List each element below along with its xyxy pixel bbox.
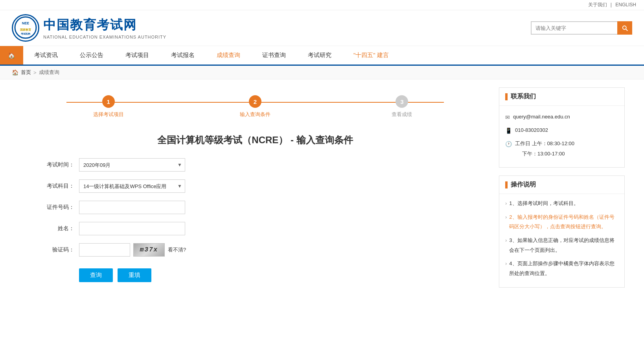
captcha-area: m37x 看不清? — [79, 243, 186, 257]
clock-icon: 🕐 — [505, 139, 512, 150]
hours-text: 工作日 上午：08:30-12:00 下午：13:00-17:00 — [515, 139, 574, 159]
step-2-label: 输入查询条件 — [240, 111, 270, 118]
step-3-label: 查看成绩 — [392, 111, 412, 118]
contact-section: 联系我们 ✉ query@mail.neea.edu.cn 📱 010-8302… — [499, 87, 625, 168]
nav-item-exam-register[interactable]: 考试报名 — [160, 46, 206, 65]
exam-subject-select[interactable]: 14一级计算机基础及WPS Office应用 15一级计算机基础及MS Offi… — [79, 179, 185, 193]
logo-area: NEE 国家教育 考试机构 中国教育考试网 NATIONAL EDUCATION… — [12, 14, 166, 42]
svg-text:国家教育: 国家教育 — [20, 28, 31, 31]
captcha-input[interactable] — [79, 243, 130, 257]
ops-item-4: › 4、页面上部操作步骤中橘黄色字体内容表示您所处的查询位置。 — [505, 259, 618, 278]
svg-text:考试机构: 考试机构 — [21, 32, 30, 35]
exam-time-select[interactable]: 2020年09月 2020年03月 2019年09月 2019年03月 — [79, 158, 185, 172]
step-1-circle: 1 — [102, 95, 115, 108]
reset-button[interactable]: 重填 — [118, 268, 151, 282]
email-row: ✉ query@mail.neea.edu.cn — [505, 112, 618, 123]
captcha-row: 验证码： m37x 看不清? — [19, 243, 491, 257]
id-label: 证件号码： — [43, 204, 74, 211]
captcha-text: m37x — [140, 246, 158, 253]
captcha-image[interactable]: m37x — [133, 243, 165, 257]
query-button[interactable]: 查询 — [79, 268, 113, 282]
exam-subject-row: 考试科目： 14一级计算机基础及WPS Office应用 15一级计算机基础及M… — [19, 179, 491, 193]
step-3: 3 查看成绩 — [329, 95, 475, 118]
id-input[interactable] — [79, 201, 185, 214]
ops-arrow-4: › — [505, 259, 507, 269]
ops-arrow-2: › — [505, 212, 507, 222]
main-nav: 🏠 考试资讯 公示公告 考试项目 考试报名 成绩查询 证书查询 考试研究 "十四… — [0, 46, 644, 66]
content-area: 1 选择考试项目 2 输入查询条件 3 查看成绩 全国计算机等级考试（NCRE）… — [19, 87, 491, 288]
about-link[interactable]: 关于我们 — [588, 2, 607, 7]
svg-text:NEE: NEE — [22, 21, 29, 25]
contact-body: ✉ query@mail.neea.edu.cn 📱 010-83020302 … — [499, 106, 624, 167]
breadcrumb: 🏠 首页 > 成绩查询 — [0, 66, 644, 79]
sidebar: 联系我们 ✉ query@mail.neea.edu.cn 📱 010-8302… — [499, 87, 625, 288]
email-text: query@mail.neea.edu.cn — [513, 112, 570, 122]
home-icon: 🏠 — [8, 52, 15, 59]
ops-text-3: 3、如果输入信息正确，对应考试的成绩信息将会在下一个页面列出。 — [509, 236, 618, 255]
exam-time-select-wrapper: 2020年09月 2020年03月 2019年09月 2019年03月 ▼ — [79, 158, 185, 172]
english-link[interactable]: ENGLISH — [615, 2, 636, 7]
nav-item-suggestion[interactable]: "十四五" 建言 — [342, 46, 400, 65]
email-icon: ✉ — [505, 112, 510, 123]
step-3-circle: 3 — [396, 95, 408, 108]
breadcrumb-home-icon: 🏠 — [12, 69, 18, 76]
search-input[interactable] — [531, 21, 617, 35]
form-title: 全国计算机等级考试（NCRE） - 输入查询条件 — [19, 134, 491, 146]
id-row: 证件号码： — [19, 201, 491, 214]
exam-subject-select-wrapper: 14一级计算机基础及WPS Office应用 15一级计算机基础及MS Offi… — [79, 179, 185, 193]
exam-time-row: 考试时间： 2020年09月 2020年03月 2019年09月 2019年03… — [19, 158, 491, 172]
phone-icon: 📱 — [505, 125, 512, 136]
phone-row: 📱 010-83020302 — [505, 125, 618, 136]
ops-section: 操作说明 › 1、选择考试时间，考试科目。 › 2、输入报考时的身份证件号码和姓… — [499, 176, 625, 288]
ops-text-4: 4、页面上部操作步骤中橘黄色字体内容表示您所处的查询位置。 — [509, 259, 618, 278]
workday2-text: 下午：13:00-17:00 — [515, 149, 574, 159]
breadcrumb-separator: > — [33, 70, 37, 76]
top-bar: 关于我们 | ENGLISH — [0, 0, 644, 10]
logo-en-text: NATIONAL EDUCATION EXAMINATIONS AUTHORIT… — [43, 35, 166, 39]
steps-container: 1 选择考试项目 2 输入查询条件 3 查看成绩 — [19, 87, 491, 130]
contact-title: 联系我们 — [499, 88, 624, 106]
breadcrumb-current: 成绩查询 — [39, 69, 59, 76]
nav-item-exam-projects[interactable]: 考试项目 — [114, 46, 160, 65]
nav-home[interactable]: 🏠 — [0, 46, 23, 65]
nav-item-exam-research[interactable]: 考试研究 — [297, 46, 342, 65]
name-label: 姓名： — [43, 225, 74, 232]
ops-title: 操作说明 — [499, 176, 624, 194]
workday-text: 工作日 上午：08:30-12:00 — [515, 139, 574, 149]
button-row: 查询 重填 — [55, 264, 491, 286]
step-1-label: 选择考试项目 — [93, 111, 124, 118]
step-2: 2 输入查询条件 — [182, 95, 328, 118]
ops-text-1: 1、选择考试时间，考试科目。 — [509, 199, 578, 209]
nav-item-exam-news[interactable]: 考试资讯 — [23, 46, 69, 65]
phone-text: 010-83020302 — [515, 125, 548, 135]
search-icon — [621, 24, 628, 31]
header: NEE 国家教育 考试机构 中国教育考试网 NATIONAL EDUCATION… — [0, 10, 644, 46]
name-input[interactable] — [79, 222, 185, 235]
ops-item-3: › 3、如果输入信息正确，对应考试的成绩信息将会在下一个页面列出。 — [505, 236, 618, 255]
exam-time-label: 考试时间： — [43, 161, 74, 168]
step-1: 1 选择考试项目 — [35, 95, 182, 118]
nav-item-announcements[interactable]: 公示公告 — [69, 46, 114, 65]
search-area — [531, 21, 632, 35]
logo-zh-text: 中国教育考试网 — [43, 17, 166, 34]
hours-row: 🕐 工作日 上午：08:30-12:00 下午：13:00-17:00 — [505, 139, 618, 159]
top-separator: | — [611, 2, 612, 7]
ops-title-bar — [505, 181, 508, 188]
captcha-refresh[interactable]: 看不清? — [168, 246, 186, 253]
breadcrumb-home-link[interactable]: 首页 — [21, 69, 31, 76]
ops-body: › 1、选择考试时间，考试科目。 › 2、输入报考时的身份证件号码和姓名（证件号… — [499, 194, 624, 287]
ops-item-2: › 2、输入报考时的身份证件号码和姓名（证件号码区分大小写），点击查询按钮进行查… — [505, 212, 618, 232]
ops-arrow-1: › — [505, 199, 507, 209]
logo-text: 中国教育考试网 NATIONAL EDUCATION EXAMINATIONS … — [43, 17, 166, 39]
contact-title-bar — [505, 93, 508, 100]
logo-circle: NEE 国家教育 考试机构 — [12, 14, 39, 42]
nav-item-score-query[interactable]: 成绩查询 — [206, 46, 251, 65]
ops-arrow-3: › — [505, 236, 507, 246]
main-layout: 1 选择考试项目 2 输入查询条件 3 查看成绩 全国计算机等级考试（NCRE）… — [7, 79, 637, 296]
exam-subject-label: 考试科目： — [43, 183, 74, 190]
ops-item-1: › 1、选择考试时间，考试科目。 — [505, 199, 618, 209]
step-2-circle: 2 — [249, 95, 261, 108]
nav-item-cert-query[interactable]: 证书查询 — [251, 46, 297, 65]
logo-nee: NEE 国家教育 考试机构 — [14, 16, 37, 41]
search-button[interactable] — [617, 21, 632, 35]
